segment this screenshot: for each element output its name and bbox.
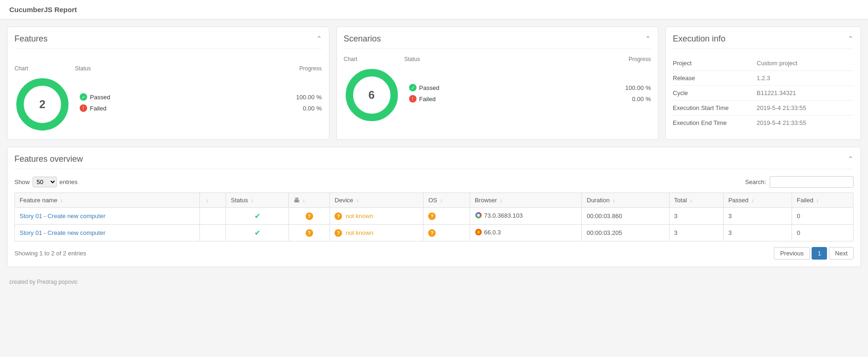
sort-total-icon[interactable]: ↕: [690, 198, 692, 203]
overview-title: Features overview: [14, 154, 83, 164]
execution-info-cycle: Cycle B11221.34321: [673, 86, 854, 101]
showing-text: Showing 1 to 2 of 2 entries: [14, 250, 86, 257]
browser-version-1: 73.0.3683.103: [484, 212, 523, 219]
status-passed-icon-1: ✔: [254, 212, 260, 220]
scenarios-passed-icon: ✓: [409, 84, 417, 91]
feature-name-link-1[interactable]: Story 01 - Create new computer: [20, 213, 105, 220]
td-total-1: 3: [669, 208, 723, 225]
td-duration-2: 00:00:03.205: [582, 225, 670, 241]
scenarios-passed-label: Passed: [419, 84, 626, 91]
execution-info-project: Project Custom project: [673, 56, 854, 71]
execution-project-value: Custom project: [757, 60, 797, 67]
td-duration-1: 00:00:03.860: [582, 208, 670, 225]
td-feature-name-1: Story 01 - Create new computer: [15, 208, 200, 225]
features-failed-label: Failed: [90, 105, 303, 112]
execution-info-release: Release 1.2.3: [673, 71, 854, 86]
next-button[interactable]: Next: [829, 247, 854, 260]
execution-card: Execution info ⌃ Project Custom project …: [665, 27, 861, 140]
features-content: Chart Status Progress: [14, 65, 322, 72]
sort-device-icon-icon[interactable]: ↕: [303, 198, 305, 203]
execution-end-time-label: Execution End Time: [673, 119, 757, 126]
device-icon-1: ?: [306, 213, 313, 220]
execution-start-time-label: Execution Start Time: [673, 104, 757, 111]
td-device-icon-2: ?: [288, 225, 329, 241]
td-browser-2: 66.0.3: [470, 225, 581, 241]
scenarios-card-header: Scenarios ⌃: [344, 34, 651, 49]
previous-button[interactable]: Previous: [774, 247, 810, 260]
features-chart-row: 2 ✓ Passed 100.00 % ! Failed 0.00 %: [14, 76, 322, 132]
sort-failed-icon[interactable]: ↕: [816, 198, 819, 203]
scenarios-failed-percent: 0.00 %: [632, 96, 651, 103]
td-device-icon-1: ?: [288, 208, 329, 225]
th-passed: Passed ↕: [724, 193, 792, 208]
execution-info-rows: Project Custom project Release 1.2.3 Cyc…: [673, 56, 854, 130]
features-passed-row: ✓ Passed 100.00 %: [80, 93, 322, 101]
firefox-icon-2: [475, 228, 482, 236]
scenarios-donut: 6: [344, 67, 400, 123]
features-passed-icon: ✓: [80, 93, 87, 101]
td-tag-2: [200, 225, 226, 241]
sort-status-icon[interactable]: ↕: [251, 198, 253, 203]
scenarios-card: Scenarios ⌃ Chart Status Progress 6: [336, 27, 659, 140]
scenarios-donut-number: 6: [369, 89, 375, 102]
app-header: CucumberJS Report: [0, 0, 868, 20]
device-label-2: not known: [346, 229, 373, 236]
overview-card: Features overview ⌃ Show 10 25 50 100 en…: [7, 147, 861, 267]
feature-name-link-2[interactable]: Story 01 - Create new computer: [20, 229, 105, 236]
execution-card-title: Execution info: [673, 34, 725, 44]
footer-text: created by Predrag popovic: [9, 279, 78, 285]
execution-info-start-time: Execution Start Time 2019-5-4 21:33:55: [673, 101, 854, 116]
scenarios-collapse-icon[interactable]: ⌃: [645, 34, 651, 43]
th-failed: Failed ↕: [792, 193, 854, 208]
table-row[interactable]: Story 01 - Create new computer ✔ ? ? not…: [15, 225, 854, 241]
features-card: Features ⌃ Chart Status Progress: [7, 27, 329, 140]
sort-tag-icon[interactable]: ↕: [206, 198, 208, 203]
os-icon-2: ?: [428, 229, 436, 237]
td-status-1: ✔: [226, 208, 288, 225]
features-card-title: Features: [14, 34, 48, 44]
svg-point-5: [477, 214, 480, 217]
execution-cycle-value: B11221.34321: [757, 89, 796, 96]
overview-header: Features overview ⌃: [14, 154, 854, 169]
execution-card-header: Execution info ⌃: [673, 34, 854, 49]
entries-select[interactable]: 10 25 50 100: [33, 177, 57, 187]
search-row: Search:: [745, 176, 854, 188]
td-status-2: ✔: [226, 225, 288, 241]
th-device-icon: 🖶 ↕: [288, 193, 329, 208]
execution-release-value: 1.2.3: [757, 75, 770, 82]
sort-browser-icon[interactable]: ↕: [500, 198, 502, 203]
features-passed-label: Passed: [90, 94, 296, 101]
scenarios-failed-icon: !: [409, 95, 417, 103]
td-device-2: ? not known: [330, 225, 424, 241]
browser-version-2: 66.0.3: [484, 229, 501, 236]
td-passed-2: 3: [724, 225, 792, 241]
sort-os-icon[interactable]: ↕: [440, 198, 443, 203]
features-collapse-icon[interactable]: ⌃: [316, 34, 322, 43]
execution-project-label: Project: [673, 60, 757, 67]
scenarios-col-chart: Chart: [344, 56, 404, 62]
sort-duration-icon[interactable]: ↕: [613, 198, 615, 203]
scenarios-status-rows: ✓ Passed 100.00 % ! Failed 0.00 %: [409, 84, 651, 106]
td-os-2: ?: [424, 225, 470, 241]
page-1-button[interactable]: 1: [812, 247, 827, 260]
td-os-1: ?: [424, 208, 470, 225]
entries-label: entries: [60, 178, 78, 185]
sort-passed-icon[interactable]: ↕: [752, 198, 754, 203]
th-browser: Browser ↕: [470, 193, 581, 208]
sort-feature-name-icon[interactable]: ↕: [61, 198, 63, 203]
features-col-status: Status: [75, 65, 275, 72]
th-os: OS ↕: [424, 193, 470, 208]
top-cards-row: Features ⌃ Chart Status Progress: [7, 27, 861, 140]
execution-info-end-time: Execution End Time 2019-5-4 21:33:55: [673, 116, 854, 130]
features-passed-percent: 100.00 %: [296, 94, 322, 101]
features-col-progress: Progress: [275, 65, 322, 72]
show-entries-control: Show 10 25 50 100 entries: [14, 177, 78, 187]
table-row[interactable]: Story 01 - Create new computer ✔ ? ? not…: [15, 208, 854, 225]
execution-collapse-icon[interactable]: ⌃: [847, 34, 854, 43]
status-passed-icon-2: ✔: [254, 229, 260, 237]
scenarios-failed-label: Failed: [419, 96, 632, 103]
td-total-2: 3: [669, 225, 723, 241]
search-input[interactable]: [770, 176, 854, 188]
sort-device-icon[interactable]: ↕: [356, 198, 359, 203]
overview-collapse-icon[interactable]: ⌃: [847, 155, 854, 164]
